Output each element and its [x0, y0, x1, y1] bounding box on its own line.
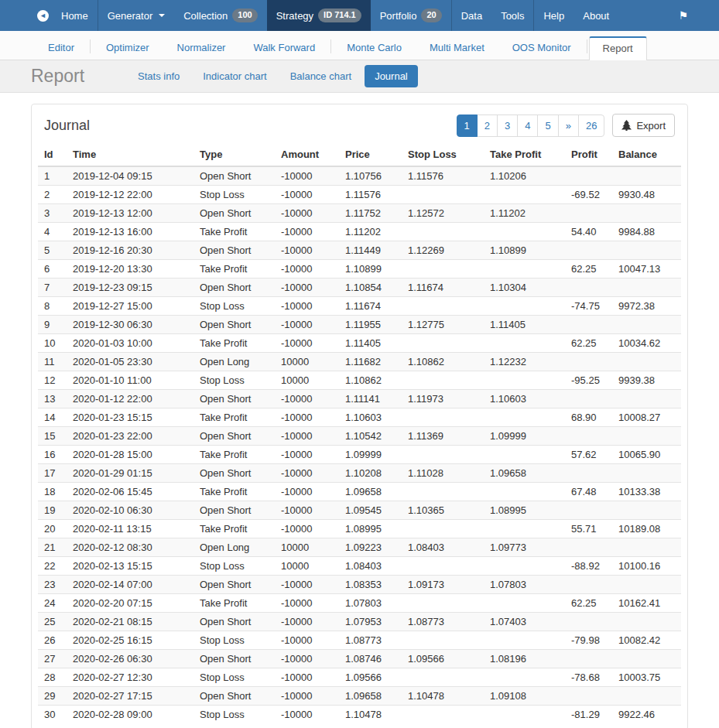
cell-balance: 10082.42: [612, 631, 681, 650]
subtab-stats-info[interactable]: Stats info: [128, 65, 190, 87]
export-button[interactable]: Export: [612, 114, 675, 137]
brand-icon-wrap[interactable]: ◄: [31, 0, 52, 31]
cell-id: 11: [38, 353, 67, 371]
tab-editor[interactable]: Editor: [34, 36, 88, 60]
cell-stop-loss: [402, 297, 484, 316]
table-row: 252020-02-21 08:15Open Short-100001.0795…: [38, 613, 681, 631]
table-row: 232020-02-14 07:00Open Short-100001.0835…: [38, 576, 681, 594]
nav-item-collection[interactable]: Collection100: [174, 0, 266, 31]
export-button-label: Export: [636, 120, 666, 132]
cell-price: 1.08773: [339, 631, 402, 650]
navbar-items: HomeGeneratorCollection100StrategyID 714…: [52, 0, 669, 31]
cell-price: 1.11576: [339, 186, 402, 204]
table-row: 302020-02-28 09:00Stop Loss-100001.10478…: [38, 706, 681, 724]
cell-price: 1.10899: [339, 260, 402, 279]
arrow-circle-icon: ◄: [37, 10, 49, 22]
journal-card: Journal 12345»26 Export IdTimeTypeAmount…: [31, 104, 688, 728]
cell-profit: -74.75: [565, 297, 612, 316]
cell-time: 2019-12-13 16:00: [67, 223, 193, 241]
cell-type: Open Short: [193, 687, 275, 706]
cell-amount: -10000: [275, 316, 339, 334]
journal-table-body: 12019-12-04 09:15Open Short-100001.10756…: [38, 166, 681, 723]
cell-type: Open Long: [193, 538, 275, 557]
cell-type: Take Profit: [193, 483, 275, 501]
nav-item-strategy[interactable]: StrategyID 714.1: [267, 0, 371, 31]
cell-id: 10: [38, 334, 67, 353]
cell-balance: [612, 464, 681, 483]
cell-type: Open Short: [193, 279, 275, 297]
pagination-page-3[interactable]: 3: [497, 114, 518, 137]
cell-price: 1.10862: [339, 371, 402, 390]
cell-take-profit: [484, 483, 565, 501]
cell-balance: 10065.90: [612, 446, 681, 464]
cell-take-profit: 1.08995: [484, 501, 565, 520]
table-row: 62019-12-20 13:30Take Profit-100001.1089…: [38, 260, 681, 279]
tab-multi-market[interactable]: Multi Market: [416, 36, 498, 60]
cell-stop-loss: [402, 483, 484, 501]
cell-id: 2: [38, 186, 67, 204]
cell-profit: [565, 464, 612, 483]
cell-time: 2020-01-05 23:30: [67, 353, 193, 371]
table-row: 152020-01-23 22:00Open Short-100001.1054…: [38, 427, 681, 446]
cell-balance: 10003.75: [612, 668, 681, 687]
nav-item-about[interactable]: About: [573, 0, 618, 31]
cell-id: 3: [38, 204, 67, 223]
pagination-next-button[interactable]: »: [558, 114, 579, 137]
flag-icon[interactable]: ⚑: [678, 9, 688, 22]
cell-price: 1.11405: [339, 334, 402, 353]
nav-item-portfolio[interactable]: Portfolio20: [371, 0, 451, 31]
subtab-indicator-chart[interactable]: Indicator chart: [193, 65, 276, 87]
nav-item-home[interactable]: Home: [52, 0, 98, 31]
cell-amount: -10000: [275, 501, 339, 520]
cell-id: 22: [38, 557, 67, 576]
tab-separator: [330, 39, 331, 53]
column-header-profit: Profit: [565, 145, 612, 166]
cell-time: 2020-01-10 11:00: [67, 371, 193, 390]
table-row: 82019-12-27 15:00Stop Loss-100001.11674-…: [38, 297, 681, 316]
cell-time: 2019-12-12 22:00: [67, 186, 193, 204]
cell-take-profit: 1.09658: [484, 464, 565, 483]
cell-type: Take Profit: [193, 223, 275, 241]
nav-item-generator[interactable]: Generator: [98, 0, 175, 31]
tab-oos-monitor[interactable]: OOS Monitor: [498, 36, 585, 60]
table-row: 122020-01-10 11:00Stop Loss100001.10862-…: [38, 371, 681, 390]
nav-item-tools[interactable]: Tools: [491, 0, 533, 31]
cell-time: 2019-12-16 20:30: [67, 241, 193, 260]
tab-optimizer[interactable]: Optimizer: [92, 36, 163, 60]
cell-time: 2020-01-03 10:00: [67, 334, 193, 353]
tab-walk-forward[interactable]: Walk Forward: [239, 36, 329, 60]
cell-price: 1.10854: [339, 279, 402, 297]
navbar-right: ⚑: [669, 0, 719, 31]
pagination-page-2[interactable]: 2: [477, 114, 498, 137]
cell-stop-loss: [402, 186, 484, 204]
cell-profit: [565, 279, 612, 297]
nav-item-label: About: [583, 10, 609, 22]
subtab-journal[interactable]: Journal: [365, 65, 418, 87]
tab-report[interactable]: Report: [589, 36, 647, 60]
cell-time: 2020-02-14 07:00: [67, 576, 193, 594]
cell-take-profit: 1.10603: [484, 390, 565, 408]
cell-profit: [565, 166, 612, 186]
tab-monte-carlo[interactable]: Monte Carlo: [333, 36, 416, 60]
cell-stop-loss: [402, 408, 484, 427]
cell-stop-loss: 1.11576: [402, 166, 484, 186]
table-row: 202020-02-11 13:15Take Profit-100001.089…: [38, 520, 681, 538]
table-row: 52019-12-16 20:30Open Short-100001.11449…: [38, 241, 681, 260]
cell-stop-loss: 1.11674: [402, 279, 484, 297]
pagination-page-5[interactable]: 5: [537, 114, 558, 137]
cell-type: Take Profit: [193, 594, 275, 613]
pagination-page-26[interactable]: 26: [578, 114, 604, 137]
cell-take-profit: [484, 706, 565, 724]
cell-balance: [612, 241, 681, 260]
nav-item-help[interactable]: Help: [534, 0, 573, 31]
pagination-page-4[interactable]: 4: [517, 114, 538, 137]
cell-balance: [612, 279, 681, 297]
cell-take-profit: 1.07403: [484, 613, 565, 631]
subtab-balance-chart[interactable]: Balance chart: [280, 65, 362, 87]
tab-normalizer[interactable]: Normalizer: [163, 36, 240, 60]
cell-amount: 10000: [275, 353, 339, 371]
cell-stop-loss: [402, 334, 484, 353]
pagination-page-1[interactable]: 1: [457, 114, 478, 137]
nav-item-data[interactable]: Data: [452, 0, 491, 31]
table-row: 192020-02-10 06:30Open Short-100001.0954…: [38, 501, 681, 520]
